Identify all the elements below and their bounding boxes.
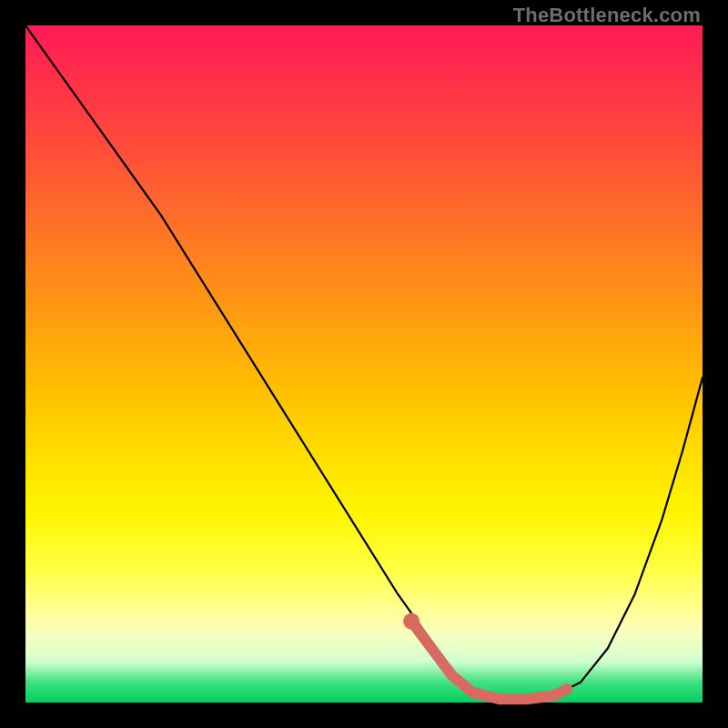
watermark-text: TheBottleneck.com bbox=[513, 4, 701, 27]
curve-main-line bbox=[25, 25, 703, 699]
curve-accent-segment bbox=[411, 622, 567, 700]
curve-accent-dot bbox=[403, 613, 420, 630]
chart-plot-area bbox=[25, 25, 703, 703]
bottleneck-chart bbox=[25, 25, 703, 703]
